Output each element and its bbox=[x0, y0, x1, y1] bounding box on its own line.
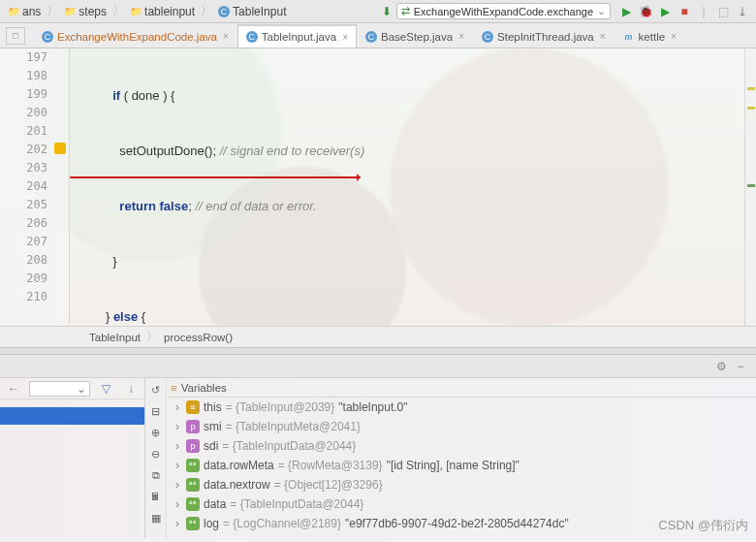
breadcrumb-sep: 〉 bbox=[199, 3, 214, 19]
variable-icon: ᵒᵒ bbox=[186, 478, 200, 492]
variable-row[interactable]: ›psmi = {TableInputMeta@2041} bbox=[167, 417, 756, 436]
expand-icon[interactable]: › bbox=[173, 478, 182, 492]
variable-name: log bbox=[204, 517, 219, 530]
coverage-icon[interactable]: ▶ bbox=[657, 4, 673, 19]
breadcrumb-label: TableInput bbox=[233, 5, 286, 18]
folder-icon: 📁 bbox=[64, 6, 76, 17]
top-toolbar: 📁ans 〉 📁steps 〉 📁tableinput 〉 CTableInpu… bbox=[0, 0, 756, 23]
editor-marker-rail[interactable] bbox=[744, 48, 756, 326]
line-number: 197 bbox=[0, 48, 69, 67]
debug-panel: ← ⌄ ▽ ↓ ↺ ⊟ ⊕ ⊖ ⧉ 🖩 ▦ ≡ Variables ›≡this… bbox=[0, 378, 756, 538]
close-icon[interactable]: × bbox=[671, 31, 677, 42]
breadcrumb-item[interactable]: 📁steps bbox=[60, 5, 110, 18]
project-tool-icon[interactable]: □ bbox=[6, 27, 25, 45]
variable-spec: = {TableInput@2039} bbox=[226, 400, 335, 414]
breadcrumb-item[interactable]: CTableInput bbox=[214, 5, 290, 18]
variables-pane[interactable]: ≡ Variables ›≡this = {TableInput@2039} "… bbox=[167, 378, 756, 538]
tab-basestep[interactable]: CBaseStep.java× bbox=[357, 24, 473, 48]
close-icon[interactable]: × bbox=[342, 32, 348, 43]
run-config-dropdown[interactable]: ⇄ ExchangeWithExpandCode.exchange ⌄ bbox=[396, 3, 611, 19]
filter-icon[interactable]: ▽ bbox=[98, 381, 113, 397]
variable-icon: ᵒᵒ bbox=[186, 517, 200, 530]
code-editor[interactable]: 1971981992002012022032042052062072082092… bbox=[0, 48, 756, 326]
frame-selected[interactable] bbox=[0, 407, 144, 425]
remove-icon[interactable]: ⊖ bbox=[148, 446, 164, 462]
intention-bulb-icon[interactable] bbox=[54, 143, 66, 154]
build-icon[interactable]: ⬇ bbox=[379, 4, 394, 19]
copy-icon[interactable]: ⧉ bbox=[148, 467, 164, 483]
grid-icon[interactable]: ▦ bbox=[148, 510, 164, 526]
line-number: 198 bbox=[0, 67, 69, 85]
class-icon: C bbox=[246, 31, 258, 43]
calc-icon[interactable]: 🖩 bbox=[148, 489, 164, 504]
folder-icon: 📁 bbox=[130, 6, 142, 17]
minus-icon[interactable]: ⊟ bbox=[148, 403, 164, 419]
line-number: 210 bbox=[0, 288, 69, 306]
variable-name: data bbox=[204, 497, 226, 511]
variable-row[interactable]: ›ᵒᵒdata = {TableInputData@2044} bbox=[167, 494, 756, 514]
run-config-label: ExchangeWithExpandCode.exchange bbox=[414, 6, 593, 17]
variable-spec: = {TableInputData@2044} bbox=[230, 497, 363, 511]
variable-row[interactable]: ›ᵒᵒdata.rowMeta = {RowMeta@3139} "[id St… bbox=[167, 456, 756, 475]
class-icon: C bbox=[218, 6, 230, 17]
variable-spec: = {TableInputMeta@2041} bbox=[226, 420, 361, 433]
variable-row[interactable]: ›psdi = {TableInputData@2044} bbox=[167, 436, 756, 456]
variable-row[interactable]: ›ᵒᵒdata.nextrow = {Object[12]@3296} bbox=[167, 475, 756, 494]
stop-icon[interactable]: ■ bbox=[677, 4, 692, 19]
tab-tableinput[interactable]: CTableInput.java× bbox=[237, 24, 357, 48]
variable-value: "e9f77db6-9907-49d2-be2f-2805d44274dc" bbox=[345, 517, 569, 530]
run-icon[interactable]: ▶ bbox=[618, 4, 634, 19]
breadcrumb-item[interactable]: 📁tableinput bbox=[126, 5, 199, 18]
line-number: 207 bbox=[0, 233, 69, 251]
restart-icon[interactable]: ↺ bbox=[148, 382, 164, 398]
close-icon[interactable]: × bbox=[458, 31, 464, 42]
back-icon[interactable]: ← bbox=[6, 381, 21, 397]
line-number: 200 bbox=[0, 104, 69, 122]
line-number: 203 bbox=[0, 159, 69, 177]
member-breadcrumb[interactable]: TableInput 〉 processRow() bbox=[0, 326, 756, 347]
breadcrumb: 📁ans 〉 📁steps 〉 📁tableinput 〉 CTableInpu… bbox=[4, 3, 290, 19]
class-icon: C bbox=[42, 31, 53, 43]
frames-pane[interactable]: ← ⌄ ▽ ↓ bbox=[0, 378, 145, 538]
tab-exchange[interactable]: CExchangeWithExpandCode.java× bbox=[33, 24, 237, 48]
chevron-down-icon[interactable]: ⌄ bbox=[77, 382, 86, 396]
sort-icon[interactable]: ↓ bbox=[123, 381, 139, 397]
line-gutter: 1971981992002012022032042052062072082092… bbox=[0, 48, 70, 326]
gear-icon[interactable]: ⚙ bbox=[713, 359, 729, 374]
crumb-method: processRow() bbox=[164, 332, 233, 343]
variable-icon: p bbox=[186, 420, 200, 433]
expand-icon[interactable]: › bbox=[173, 420, 182, 433]
horizontal-splitter[interactable] bbox=[0, 347, 756, 355]
annotation-underline bbox=[70, 176, 361, 178]
maven-icon: m bbox=[623, 31, 635, 43]
close-icon[interactable]: × bbox=[223, 31, 229, 42]
plus-icon[interactable]: ⊕ bbox=[148, 425, 164, 440]
breadcrumb-label: steps bbox=[79, 5, 107, 18]
variable-icon: p bbox=[186, 439, 200, 453]
expand-icon[interactable]: › bbox=[173, 497, 182, 511]
variable-spec: = {TableInputData@2044} bbox=[222, 439, 356, 453]
line-number: 201 bbox=[0, 122, 69, 141]
crumb-class: TableInput bbox=[89, 332, 141, 343]
tool-b-icon[interactable]: ⤓ bbox=[735, 4, 750, 19]
editor-tabs: CExchangeWithExpandCode.java× CTableInpu… bbox=[0, 23, 756, 48]
variable-row[interactable]: ›≡this = {TableInput@2039} "tableInput.0… bbox=[167, 398, 756, 417]
expand-icon[interactable]: › bbox=[173, 439, 182, 453]
expand-icon[interactable]: › bbox=[173, 400, 182, 414]
tab-stepinit[interactable]: CStepInitThread.java× bbox=[473, 24, 614, 48]
breadcrumb-label: ans bbox=[22, 5, 41, 18]
breadcrumb-item[interactable]: 📁ans bbox=[4, 5, 45, 18]
tab-label: ExchangeWithExpandCode.java bbox=[57, 31, 217, 43]
watermark: CSDN @伟衍内 bbox=[658, 517, 748, 534]
code-area[interactable]: if ( done ) { setOutputDone(); // signal… bbox=[70, 48, 756, 326]
minus-icon[interactable]: − bbox=[733, 359, 748, 374]
tab-kettle[interactable]: mkettle× bbox=[614, 24, 685, 48]
variable-name: data.rowMeta bbox=[204, 459, 274, 472]
line-number: 209 bbox=[0, 270, 69, 288]
tool-a-icon[interactable]: ⬚ bbox=[715, 4, 731, 19]
debug-icon[interactable]: 🐞 bbox=[638, 4, 653, 19]
expand-icon[interactable]: › bbox=[173, 459, 182, 472]
variable-icon: ᵒᵒ bbox=[186, 459, 200, 472]
close-icon[interactable]: × bbox=[600, 31, 606, 42]
expand-icon[interactable]: › bbox=[173, 517, 182, 530]
